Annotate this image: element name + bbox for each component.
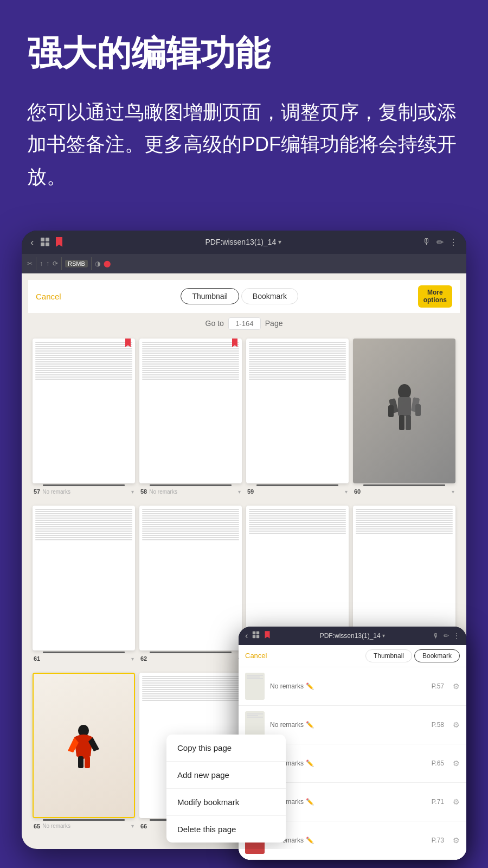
back-button[interactable]: ‹ <box>30 236 34 248</box>
edit-remark-icon-65[interactable]: ✏️ <box>306 760 314 767</box>
tablet-title: PDF:wissen13(1)_14 ▾ <box>70 238 417 246</box>
page-thumb-65[interactable]: 65 No remarks ▾ <box>33 673 135 831</box>
sec-back-button[interactable]: ‹ <box>245 631 248 641</box>
thumb-tabs: Thumbnail Bookmark <box>181 288 298 304</box>
toolbar-icon-1[interactable]: ✂ <box>27 260 33 267</box>
tab-bookmark[interactable]: Bookmark <box>241 288 298 304</box>
bookmark-remark-57: No remarks ✏️ <box>270 682 426 690</box>
bookmark-info-73: No remarks ✏️ <box>270 837 426 844</box>
hero-section: 强大的编辑功能 您可以通过鸟瞰图增删页面，调整页序，复制或添加书签备注。更多高级… <box>0 0 488 214</box>
toolbar-icon-5[interactable]: ◑ <box>95 260 100 267</box>
bookmark-info-71: No remarks ✏️ <box>270 798 426 806</box>
toolbar-icon-group <box>40 237 65 247</box>
edit-remark-icon-71[interactable]: ✏️ <box>306 798 314 806</box>
page-label-row-61: 61 ▾ <box>33 653 135 664</box>
svg-rect-8 <box>399 415 404 430</box>
page-image-58 <box>139 339 242 483</box>
svg-rect-16 <box>253 631 255 634</box>
sec-cancel-button[interactable]: Cancel <box>245 652 267 660</box>
page-thumb-58[interactable]: 58 No remarks ▾ <box>139 339 242 497</box>
bookmark-remark-71: No remarks ✏️ <box>270 798 426 806</box>
page-image-61 <box>33 506 135 650</box>
context-menu-add-page[interactable]: Add new page <box>166 762 286 789</box>
svg-rect-2 <box>41 242 44 246</box>
bookmark-info-57: No remarks ✏️ <box>270 682 426 690</box>
mic-icon[interactable]: 🎙 <box>422 237 431 247</box>
page-image-62 <box>139 506 242 650</box>
bookmark-settings-icon-65[interactable]: ⚙ <box>453 759 460 768</box>
edit-remark-icon-73[interactable]: ✏️ <box>306 837 314 844</box>
bookmark-remark-73: No remarks ✏️ <box>270 837 426 844</box>
toolbar-icon-2[interactable]: ↑ <box>40 260 43 267</box>
dropdown-arrow-57[interactable]: ▾ <box>131 489 134 495</box>
toolbar-icon-4[interactable]: ⟳ <box>53 260 58 267</box>
sec-tab-thumbnail[interactable]: Thumbnail <box>365 649 412 662</box>
bookmark-thumb-57 <box>245 673 265 700</box>
sec-grid-icon[interactable] <box>252 631 260 640</box>
bookmark-settings-icon-57[interactable]: ⚙ <box>453 682 460 691</box>
bookmark-page-73: P.73 <box>432 837 444 844</box>
goto-input[interactable] <box>228 317 261 330</box>
bookmark-nav-icon[interactable] <box>54 237 65 247</box>
edit-remark-icon-57[interactable]: ✏️ <box>306 682 314 690</box>
page-thumb-62[interactable]: 62 ▾ <box>139 506 242 664</box>
svg-point-4 <box>398 384 411 399</box>
sec-pen-icon[interactable]: ✏ <box>444 632 449 640</box>
page-image-60 <box>353 339 455 483</box>
grid-view-icon[interactable] <box>40 237 50 247</box>
bookmark-page-58: P.58 <box>432 721 444 729</box>
sec-tabs: Thumbnail Bookmark <box>365 649 460 662</box>
dropdown-arrow-65[interactable]: ▾ <box>131 823 134 829</box>
sec-tab-bookmark[interactable]: Bookmark <box>414 649 460 662</box>
page-label-row-62: 62 ▾ <box>139 653 242 664</box>
page-label-row-58: 58 No remarks ▾ <box>139 486 242 497</box>
page-label-row-59: 59 ▾ <box>246 486 349 497</box>
page-thumb-59[interactable]: 59 ▾ <box>246 339 349 497</box>
svg-rect-5 <box>398 397 411 416</box>
page-thumb-61[interactable]: 61 ▾ <box>33 506 135 664</box>
bookmark-item-p57[interactable]: No remarks ✏️ P.57 ⚙ <box>239 667 466 706</box>
page-thumb-57[interactable]: 57 No remarks ▾ <box>33 339 135 497</box>
page-label-row-57: 57 No remarks ▾ <box>33 486 135 497</box>
svg-rect-19 <box>256 635 259 638</box>
goto-label: Go to <box>206 319 224 328</box>
tablet-top-bar: ‹ PDF:wissen13(1)_14 <box>22 231 466 254</box>
context-menu-delete-page[interactable]: Delete this page <box>166 816 286 843</box>
page-label: Page <box>265 319 283 328</box>
context-menu-copy-page[interactable]: Copy this page <box>166 735 286 762</box>
sec-more-icon[interactable]: ⋮ <box>453 632 460 640</box>
bookmark-settings-icon-73[interactable]: ⚙ <box>453 836 460 845</box>
toolbar-icon-3[interactable]: ↑ <box>46 260 49 267</box>
bookmark-settings-icon-71[interactable]: ⚙ <box>453 797 460 806</box>
tablet-right-icons: 🎙 ✏ ⋮ <box>422 237 458 247</box>
svg-rect-14 <box>78 756 84 768</box>
thumb-controls: Cancel Thumbnail Bookmark More options <box>28 280 460 313</box>
tab-thumbnail[interactable]: Thumbnail <box>181 288 239 304</box>
bookmark-remark-65: No remarks ✏️ <box>270 760 426 767</box>
svg-rect-3 <box>46 242 49 246</box>
bookmark-info-65: No remarks ✏️ <box>270 760 426 767</box>
svg-rect-0 <box>41 238 44 241</box>
svg-rect-9 <box>406 415 411 430</box>
bookmark-page-57: P.57 <box>432 682 444 690</box>
tablet-sec-title: PDF:wissen13(1)_14 ▾ <box>276 632 428 640</box>
dropdown-arrow-58[interactable]: ▾ <box>238 489 241 495</box>
dropdown-arrow-61[interactable]: ▾ <box>131 656 134 662</box>
pen-icon[interactable]: ✏ <box>436 237 444 247</box>
svg-rect-17 <box>256 631 259 634</box>
page-image-57 <box>33 339 135 483</box>
edit-remark-icon-58[interactable]: ✏️ <box>306 721 314 729</box>
more-options-button[interactable]: More options <box>418 285 452 308</box>
context-menu-modify-bookmark[interactable]: Modify bookmark <box>166 789 286 816</box>
bookmark-page-65: P.65 <box>432 760 444 767</box>
more-menu-icon[interactable]: ⋮ <box>449 237 458 247</box>
cancel-button[interactable]: Cancel <box>36 292 61 301</box>
dropdown-arrow-60[interactable]: ▾ <box>452 489 454 495</box>
sec-bookmark-nav-icon[interactable] <box>264 631 271 641</box>
sec-mic-icon[interactable]: 🎙 <box>433 632 439 640</box>
toolbar-icon-6[interactable]: ⬤ <box>104 260 111 267</box>
bookmark-settings-icon-58[interactable]: ⚙ <box>453 720 460 729</box>
page-label-row-60: 60 ▾ <box>353 486 455 497</box>
page-thumb-60[interactable]: 60 ▾ <box>353 339 455 497</box>
dropdown-arrow-59[interactable]: ▾ <box>345 489 348 495</box>
